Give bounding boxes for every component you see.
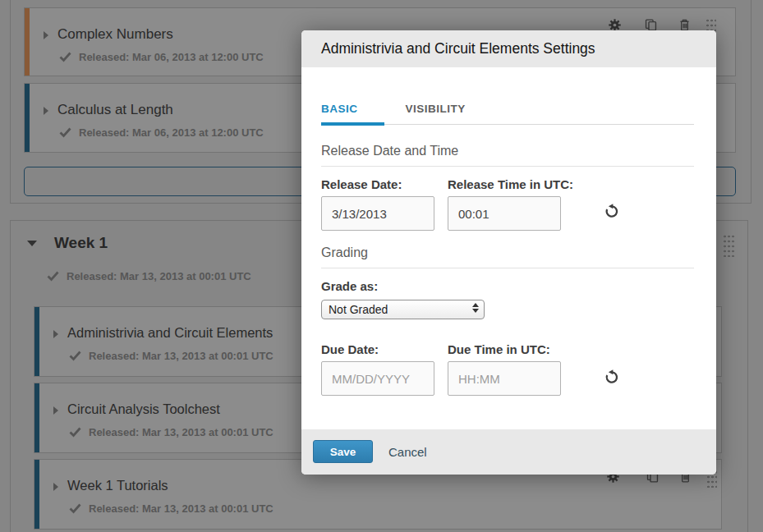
reset-release-icon[interactable] [604,203,619,218]
subsection-settings-modal: Administrivia and Circuit Elements Setti… [301,30,716,475]
release-date-label: Release Date: [321,177,402,191]
grade-as-label: Grade as: [321,279,378,293]
grade-as-select[interactable]: Not Graded [321,300,485,319]
due-date-input[interactable] [321,361,434,396]
modal-tabs: BASIC VISIBILITY [321,103,694,125]
due-date-label: Due Date: [321,342,379,356]
save-button[interactable]: Save [313,440,373,463]
release-date-input[interactable] [321,196,434,231]
grade-select-wrap: Not Graded [321,300,485,319]
modal-footer: Save Cancel [301,429,716,475]
reset-due-icon[interactable] [604,369,619,384]
tab-visibility[interactable]: VISIBILITY [406,103,492,124]
due-time-input[interactable] [448,361,561,396]
grading-section-heading: Grading [321,245,694,268]
modal-title: Administrivia and Circuit Elements Setti… [321,30,595,67]
release-section-heading: Release Date and Time [321,144,694,167]
modal-header: Administrivia and Circuit Elements Setti… [301,30,716,67]
tab-basic[interactable]: BASIC [321,103,384,124]
cancel-button[interactable]: Cancel [388,429,427,475]
due-time-label: Due Time in UTC: [448,342,550,356]
release-time-label: Release Time in UTC: [448,177,573,191]
release-time-input[interactable] [448,196,561,231]
